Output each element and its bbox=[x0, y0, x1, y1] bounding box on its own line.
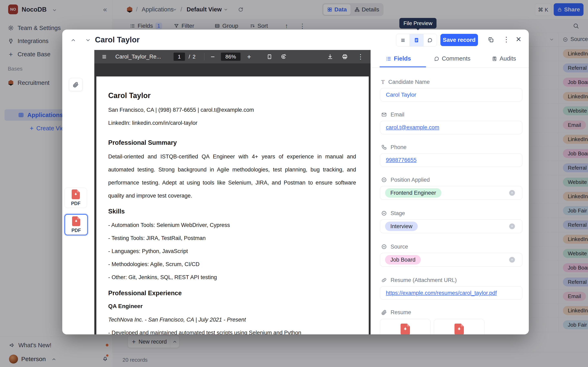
fields-list-icon bbox=[386, 56, 391, 62]
doc-skill-line: - Other: Git, Jenkins, SQL, REST API tes… bbox=[108, 271, 356, 284]
zoom-level[interactable]: 86% bbox=[221, 53, 241, 61]
record-expand-modal: Carol Taylor ≡ Save record ⋮ × PDF P bbox=[62, 30, 529, 334]
comment-bubble-icon bbox=[434, 56, 439, 61]
resume-url-link[interactable]: https://example.com/resumes/carol_taylor… bbox=[380, 290, 497, 296]
clipboard-search-icon bbox=[492, 56, 497, 61]
doc-summary-heading: Professional Summary bbox=[108, 139, 356, 147]
attachment-field-button[interactable] bbox=[69, 78, 82, 91]
hamburger-icon: ≡ bbox=[401, 36, 405, 44]
doc-job-title: QA Engineer bbox=[108, 302, 356, 310]
doc-job-meta: TechNova Inc. - San Francisco, CA | July… bbox=[108, 313, 356, 326]
doc-skill-line: - Testing Tools: JIRA, TestRail, Postman bbox=[108, 232, 356, 245]
next-record-button[interactable] bbox=[85, 37, 91, 43]
field-input-resume-url[interactable]: https://example.com/resumes/carol_taylor… bbox=[380, 286, 522, 300]
record-menu-dots-icon[interactable]: ⋮ bbox=[503, 35, 510, 43]
page-count: /2 bbox=[189, 50, 196, 63]
previous-record-button[interactable] bbox=[70, 37, 76, 43]
position-applied-pill[interactable]: Frontend Engineer bbox=[385, 188, 441, 198]
pdf-sidebar-toggle[interactable]: ≡ bbox=[102, 50, 106, 63]
panel-tabs: Fields Comments Audits bbox=[371, 50, 529, 67]
field-input-phone[interactable]: 9988776655 bbox=[380, 153, 522, 167]
pdf-viewer: ≡ Carol_Taylor_Re... 1 /2 − 86% + ⋮ C bbox=[94, 50, 371, 334]
doc-experience-heading: Professional Experience bbox=[108, 289, 356, 297]
hamburger-icon: ≡ bbox=[102, 52, 106, 61]
field-input-email[interactable]: carol.t@example.com bbox=[380, 121, 522, 134]
tab-fields[interactable]: Fields bbox=[386, 50, 411, 67]
record-title: Carol Taylor bbox=[95, 30, 140, 50]
doc-skill-line: - Automation Tools: Selenium WebDriver, … bbox=[108, 218, 356, 232]
doc-job-bullet: - Developed and maintained automated tes… bbox=[108, 326, 356, 334]
doc-contact: San Francisco, CA | (998) 877-6655 | car… bbox=[108, 103, 356, 117]
pdf-file-name: Carol_Taylor_Re... bbox=[115, 50, 161, 63]
paperclip-icon bbox=[381, 309, 387, 315]
page-number-input[interactable]: 1 bbox=[173, 53, 185, 61]
doc-skill-line: - Methodologies: Agile, Scrum, CI/CD bbox=[108, 258, 356, 271]
tab-audits[interactable]: Audits bbox=[492, 50, 516, 67]
file-preview-tooltip: File Preview bbox=[399, 18, 437, 29]
rotate-icon[interactable] bbox=[281, 54, 287, 60]
field-label-stage: Stage bbox=[381, 210, 405, 217]
field-label-phone: Phone bbox=[381, 143, 406, 151]
field-input-stage[interactable]: Interview × bbox=[380, 219, 522, 233]
pdf-file-icon bbox=[454, 324, 464, 334]
select-field-icon bbox=[381, 210, 387, 216]
pdf-page: Carol Taylor San Francisco, CA | (998) 8… bbox=[96, 76, 369, 334]
download-icon[interactable] bbox=[327, 54, 333, 60]
link-icon bbox=[381, 277, 387, 283]
source-pill[interactable]: Job Board bbox=[385, 255, 421, 264]
attachment-thumb-1[interactable]: PDF bbox=[65, 188, 87, 208]
stage-pill[interactable]: Interview bbox=[385, 222, 418, 231]
field-label-source: Source bbox=[381, 243, 408, 250]
doc-skills-heading: Skills bbox=[108, 207, 356, 216]
field-input-source[interactable]: Job Board × bbox=[380, 253, 522, 267]
select-field-icon bbox=[381, 244, 387, 250]
copy-record-icon[interactable] bbox=[488, 36, 494, 43]
doc-skills-list: - Automation Tools: Selenium WebDriver, … bbox=[108, 218, 356, 284]
field-label-resume: Resume bbox=[381, 309, 411, 316]
field-input-position-applied[interactable]: Frontend Engineer × bbox=[380, 186, 522, 200]
tab-comments[interactable]: Comments bbox=[434, 50, 470, 67]
pdf-file-icon bbox=[401, 324, 410, 334]
pdf-more-dots-icon[interactable]: ⋮ bbox=[357, 50, 364, 63]
field-label-position-applied: Position Applied bbox=[381, 176, 430, 184]
record-comments-button[interactable] bbox=[424, 34, 437, 46]
close-icon[interactable]: × bbox=[516, 34, 521, 44]
resume-document: Carol Taylor San Francisco, CA | (998) 8… bbox=[96, 76, 369, 334]
phone-link[interactable]: 9988776655 bbox=[380, 157, 416, 163]
doc-linkedin: LinkedIn: linkedin.com/in/carol-taylor bbox=[108, 117, 356, 129]
field-label-email: Email bbox=[381, 111, 405, 118]
clear-option-icon[interactable]: × bbox=[509, 224, 515, 229]
attachment-thumb-2-selected[interactable]: PDF bbox=[65, 214, 88, 235]
clear-option-icon[interactable]: × bbox=[509, 257, 515, 263]
save-record-button[interactable]: Save record bbox=[440, 34, 478, 46]
pdf-file-icon bbox=[72, 189, 80, 199]
field-label-resume-url: Resume (Attachment URL) bbox=[381, 276, 457, 284]
select-field-icon bbox=[381, 177, 387, 183]
field-input-candidate-name[interactable]: Carol Taylor bbox=[380, 88, 522, 101]
phone-icon bbox=[381, 144, 387, 150]
file-preview-button[interactable] bbox=[410, 34, 423, 46]
email-link[interactable]: carol.t@example.com bbox=[380, 124, 439, 131]
doc-summary-text: Detail-oriented and ISTQB-certified QA E… bbox=[108, 150, 356, 202]
zoom-in-button[interactable]: + bbox=[247, 50, 251, 63]
pdf-file-icon bbox=[72, 216, 80, 226]
record-fields-panel: Fields Comments Audits T Candidate Name … bbox=[371, 50, 529, 334]
zoom-out-button[interactable]: − bbox=[211, 50, 215, 63]
print-icon[interactable] bbox=[342, 54, 348, 60]
attachment-strip: PDF PDF Add file(s) bbox=[62, 50, 94, 334]
resume-attachment-1[interactable] bbox=[380, 319, 431, 334]
pdf-toolbar: ≡ Carol_Taylor_Re... 1 /2 − 86% + ⋮ bbox=[94, 50, 371, 63]
paperclip-icon bbox=[73, 82, 79, 88]
field-label-candidate-name: T Candidate Name bbox=[381, 78, 430, 86]
doc-skill-line: - Languages: Python, JavaScript bbox=[108, 245, 356, 258]
record-view-switch: ≡ bbox=[396, 34, 437, 47]
envelope-icon bbox=[381, 112, 387, 117]
clear-option-icon[interactable]: × bbox=[509, 190, 515, 196]
fit-page-icon[interactable] bbox=[267, 54, 273, 60]
record-fields-view-button[interactable]: ≡ bbox=[396, 34, 410, 46]
doc-name: Carol Taylor bbox=[108, 91, 356, 100]
modal-header: Carol Taylor ≡ Save record ⋮ × bbox=[62, 30, 529, 50]
file-doc-icon bbox=[414, 37, 419, 43]
text-field-icon: T bbox=[381, 79, 385, 85]
resume-attachment-2[interactable] bbox=[434, 319, 484, 334]
